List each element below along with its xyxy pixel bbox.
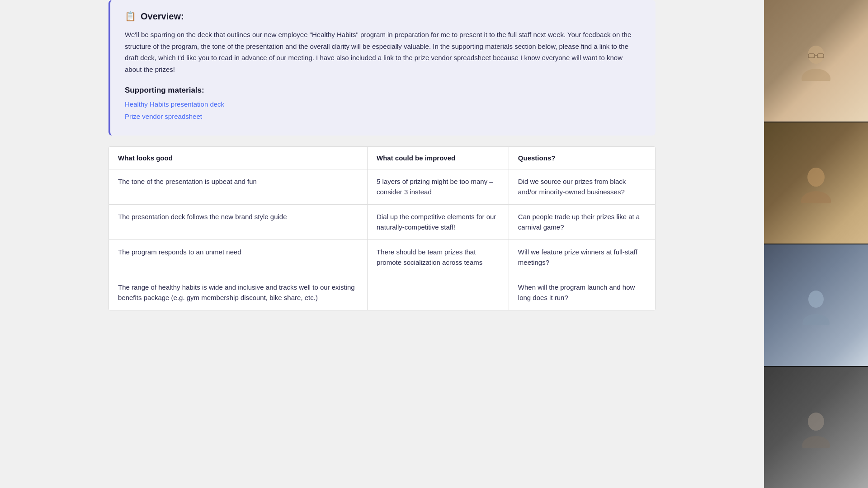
overview-box: 📋 Overview: We'll be sparring on the dec… <box>108 0 656 136</box>
overview-icon: 📋 <box>125 11 136 22</box>
video-participant-1 <box>764 0 868 122</box>
cell-looks-good-1: The tone of the presentation is upbeat a… <box>109 169 368 205</box>
video-feed-1 <box>764 0 868 122</box>
cell-looks-good-2: The presentation deck follows the new br… <box>109 205 368 240</box>
cell-improved-3: There should be team prizes that promote… <box>368 240 509 275</box>
cell-looks-good-3: The program responds to an unmet need <box>109 240 368 275</box>
person-silhouette-3 <box>796 285 836 325</box>
feedback-table-container: What looks good What could be improved Q… <box>108 146 656 310</box>
table-body: The tone of the presentation is upbeat a… <box>109 169 656 310</box>
video-participant-2 <box>764 122 868 244</box>
feedback-table: What looks good What could be improved Q… <box>108 146 656 310</box>
svg-point-8 <box>802 314 830 325</box>
video-participant-4 <box>764 367 868 488</box>
overview-title: Overview: <box>141 11 184 22</box>
video-feed-4 <box>764 367 868 488</box>
table-row: The program responds to an unmet need Th… <box>109 240 656 275</box>
table-row: The presentation deck follows the new br… <box>109 205 656 240</box>
video-participant-3 <box>764 244 868 366</box>
cell-improved-1: 5 layers of prizing might be too many – … <box>368 169 509 205</box>
svg-point-7 <box>808 291 824 308</box>
col-header-looks-good: What looks good <box>109 147 368 169</box>
link-prize-vendor[interactable]: Prize vendor spreadsheet <box>125 113 641 120</box>
link-healthy-habits[interactable]: Healthy Habits presentation deck <box>125 100 641 108</box>
cell-question-3: Will we feature prize winners at full-st… <box>509 240 655 275</box>
content-area: 📋 Overview: We'll be sparring on the dec… <box>0 0 764 488</box>
cell-improved-4 <box>368 275 509 310</box>
cell-improved-2: Dial up the competitive elements for our… <box>368 205 509 240</box>
col-header-improved: What could be improved <box>368 147 509 169</box>
overview-body: We'll be sparring on the deck that outli… <box>125 29 641 75</box>
cell-question-1: Did we source our prizes from black and/… <box>509 169 655 205</box>
table-row: The tone of the presentation is upbeat a… <box>109 169 656 205</box>
table-header-row: What looks good What could be improved Q… <box>109 147 656 169</box>
video-feed-2 <box>764 122 868 244</box>
supporting-materials-title: Supporting materials: <box>125 86 641 95</box>
person-silhouette-4 <box>796 407 836 448</box>
video-sidebar <box>764 0 868 488</box>
svg-point-1 <box>802 69 830 81</box>
video-feed-3 <box>764 244 868 366</box>
person-silhouette-2 <box>796 163 836 203</box>
cell-question-2: Can people trade up their prizes like at… <box>509 205 655 240</box>
svg-point-9 <box>808 413 824 431</box>
svg-point-0 <box>808 46 824 64</box>
cell-looks-good-4: The range of healthy habits is wide and … <box>109 275 368 310</box>
table-row: The range of healthy habits is wide and … <box>109 275 656 310</box>
col-header-questions: Questions? <box>509 147 655 169</box>
overview-header: 📋 Overview: <box>125 11 641 22</box>
svg-point-5 <box>807 168 825 187</box>
cell-question-4: When will the program launch and how lon… <box>509 275 655 310</box>
svg-point-10 <box>802 436 830 448</box>
main-content: 📋 Overview: We'll be sparring on the dec… <box>0 0 764 488</box>
person-silhouette-1 <box>796 40 836 81</box>
svg-point-6 <box>801 191 831 203</box>
